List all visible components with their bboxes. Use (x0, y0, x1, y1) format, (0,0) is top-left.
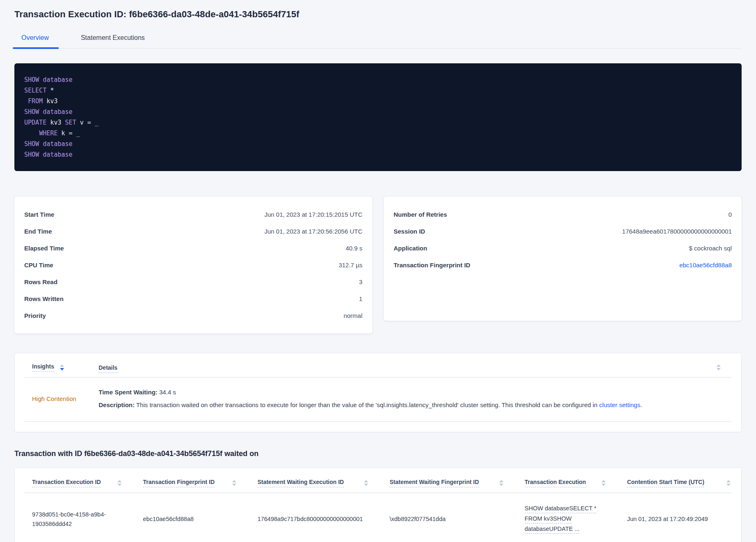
waited-on-table-header: Transaction Execution ID Transaction Fin… (25, 479, 731, 493)
sort-down-arrow-icon (717, 368, 721, 371)
column-header-contention-start-time[interactable]: Contention Start Time (UTC) (620, 479, 731, 487)
cell-txn-execution-id: 9738d051-bc0e-4158-a9b4-1903586ddd42 (25, 510, 136, 529)
column-header-stmt-waiting-execution-id[interactable]: Statement Waiting Execution ID (250, 479, 383, 487)
kv-row-session-id: Session ID17648a9eea60178000000000000000… (394, 223, 732, 240)
details-column-label: Details (99, 364, 118, 373)
insights-column-label: Insights (32, 363, 54, 372)
sql-keyword: SELECT (24, 87, 46, 94)
sql-line: SHOW database (24, 139, 732, 149)
sort-icon[interactable] (602, 480, 606, 486)
sql-keyword: SHOW database (24, 76, 72, 83)
txn-execution-id-value: 9738d051-bc0e-4158-a9b4-1903586ddd42 (32, 510, 107, 529)
kv-value: Jun 01, 2023 at 17:20:15:2015 UTC (264, 211, 362, 218)
sort-icon[interactable] (60, 364, 64, 371)
kv-row-application: Application$ cockroach sql (394, 240, 732, 257)
sort-icon[interactable] (499, 480, 503, 486)
execution-summary-card: Start TimeJun 01, 2023 at 17:20:15:2015 … (14, 197, 372, 334)
cell-contention-start-time: Jun 01, 2023 at 17:20:49:2049 (620, 514, 731, 524)
column-label: Transaction Execution (525, 479, 586, 487)
time-spent-waiting: Time Spent Waiting: 34.4 s (99, 387, 731, 397)
statement-link[interactable]: SHOW databaseSELECT * (525, 505, 597, 513)
kv-value: 17648a9eea6017800000000000000001 (622, 228, 732, 235)
sort-down-arrow-icon (60, 368, 64, 371)
cluster-settings-link[interactable]: cluster settings (599, 401, 640, 408)
sort-icon[interactable] (726, 480, 731, 486)
sort-icon[interactable] (364, 480, 368, 486)
column-header-txn-fingerprint-id[interactable]: Transaction Fingerprint ID (136, 479, 250, 487)
sort-icon[interactable] (717, 364, 721, 371)
description-text: This transaction waited on other transac… (135, 401, 599, 408)
kv-label: Session ID (394, 228, 425, 235)
kv-label: End Time (24, 228, 52, 235)
waited-on-table: Transaction Execution ID Transaction Fin… (14, 468, 742, 542)
kv-row-retries: Number of Retries0 (394, 206, 732, 223)
column-header-txn-execution-id[interactable]: Transaction Execution ID (25, 479, 136, 487)
kv-row-elapsed-time: Elapsed Time40.9 s (24, 240, 362, 257)
kv-value: 3 (359, 278, 362, 285)
kv-label: Number of Retries (394, 211, 447, 218)
session-summary-card: Number of Retries0 Session ID17648a9eea6… (384, 197, 742, 321)
sort-up-arrow-icon (364, 480, 368, 482)
waiting-value: 34.4 s (157, 389, 176, 396)
kv-value: $ cockroach sql (689, 245, 732, 252)
transaction-details-page: Transaction Execution ID: f6be6366-da03-… (0, 0, 756, 542)
kv-label: Transaction Fingerprint ID (394, 262, 470, 269)
sort-up-arrow-icon (232, 480, 236, 482)
sort-up-arrow-icon (726, 480, 731, 482)
statement-link[interactable]: FROM kv3SHOW (525, 515, 572, 523)
cell-stmt-waiting-execution-id: 176498a9c717bdc80000000000000001 (250, 514, 383, 524)
statement-preview-line: SHOW databaseSELECT * (525, 504, 620, 513)
sort-up-arrow-icon (499, 480, 503, 482)
description-period: . (640, 401, 642, 408)
details-column-header[interactable]: Details (99, 364, 118, 371)
tab-bar: Overview Statement Executions (14, 31, 742, 49)
sql-line: WHERE k = _ (24, 128, 732, 139)
sort-down-arrow-icon (232, 484, 236, 486)
kv-label: Priority (24, 312, 46, 319)
high-contention-label: High Contention (32, 395, 99, 402)
sql-keyword: SHOW database (24, 151, 72, 158)
sort-icon[interactable] (118, 480, 122, 486)
insights-column-header[interactable]: Insights (32, 363, 99, 372)
sql-text: k = _ (58, 130, 80, 137)
sql-text: kv3 (43, 97, 58, 105)
insights-table-header: Insights Details (25, 359, 731, 378)
sort-up-arrow-icon (60, 364, 64, 367)
description-label: Description: (99, 401, 135, 408)
statement-preview-line: FROM kv3SHOW (525, 514, 620, 523)
sort-up-arrow-icon (118, 480, 122, 482)
sql-keyword: UPDATE (24, 119, 46, 126)
sql-statements-box: SHOW database SELECT * FROM kv3 SHOW dat… (14, 63, 742, 171)
kv-row-end-time: End TimeJun 01, 2023 at 17:20:56:2056 UT… (24, 223, 362, 240)
statement-link[interactable]: databaseUPDATE ... (525, 526, 580, 534)
page-title: Transaction Execution ID: f6be6366-da03-… (14, 9, 742, 20)
transaction-fingerprint-link[interactable]: ebc10ae56cfd88a8 (679, 262, 732, 269)
kv-value: 40.9 s (346, 245, 362, 252)
sql-text (24, 130, 39, 137)
sql-line: SELECT * (24, 85, 732, 96)
insight-description: Description: This transaction waited on … (99, 400, 731, 410)
column-header-stmt-waiting-fingerprint-id[interactable]: Statement Waiting Fingerprint ID (382, 479, 517, 487)
kv-label: Start Time (24, 211, 54, 218)
insight-details: Time Spent Waiting: 34.4 s Description: … (99, 387, 731, 410)
column-label: Statement Waiting Execution ID (258, 479, 344, 487)
sort-down-arrow-icon (726, 484, 731, 486)
tab-overview[interactable]: Overview (21, 31, 49, 48)
kv-value: Jun 01, 2023 at 17:20:56:2056 UTC (264, 228, 362, 235)
sql-line: SHOW database (24, 107, 732, 117)
tab-statement-executions[interactable]: Statement Executions (81, 31, 145, 48)
waited-on-heading: Transaction with ID f6be6366-da03-48de-a… (14, 449, 742, 458)
kv-row-transaction-fingerprint: Transaction Fingerprint IDebc10ae56cfd88… (394, 257, 732, 273)
sql-text: kv3 (46, 119, 65, 126)
kv-label: Elapsed Time (24, 245, 64, 252)
sql-text (24, 97, 28, 105)
column-header-transaction-execution[interactable]: Transaction Execution (517, 479, 620, 487)
waited-on-table-row: 9738d051-bc0e-4158-a9b4-1903586ddd42 ebc… (25, 493, 731, 542)
sql-line: UPDATE kv3 SET v = _ (24, 117, 732, 128)
sql-keyword: FROM (28, 97, 43, 105)
sort-icon[interactable] (232, 480, 236, 486)
sql-line: SHOW database (24, 149, 732, 160)
kv-value: 312.7 µs (339, 262, 362, 269)
kv-value: 0 (728, 211, 732, 218)
kv-value: 1 (359, 295, 362, 302)
